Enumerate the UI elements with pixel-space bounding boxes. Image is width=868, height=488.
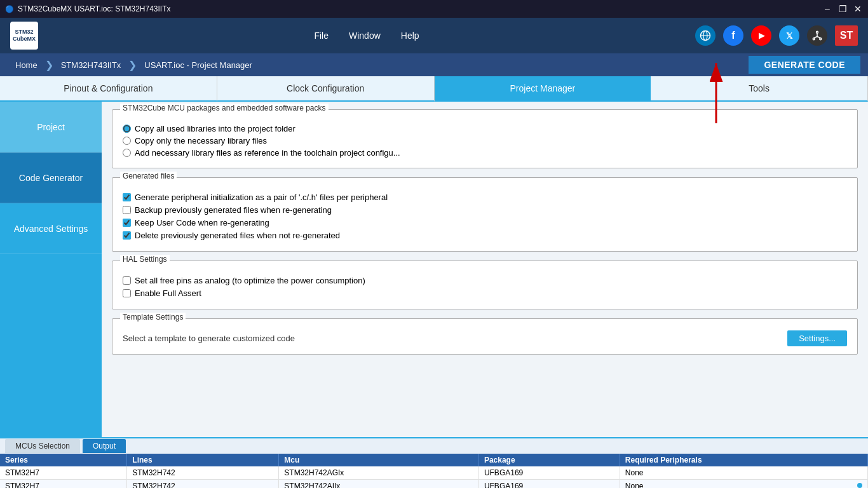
menu-bar: STM32CubeMX File Window Help f ▶ 𝕏 S [0,18,868,53]
hal-settings-section: HAL Settings Set all free pins as analog… [112,261,858,309]
cb-label-3: Keep User Code when re-generating [135,218,269,227]
breadcrumb-chevron-2: ❯ [128,59,137,71]
content-area: Project Code Generator Advanced Settings… [0,102,868,437]
radio-option-3[interactable]: Add necessary library files as reference… [123,148,847,158]
svg-point-4 [813,38,815,40]
sidebar: Project Code Generator Advanced Settings [0,102,102,437]
cb-generate-pairs[interactable] [123,193,131,201]
mcu-packages-section: STM32Cube MCU packages and embedded soft… [112,109,858,168]
radio-label-3: Add necessary library files as reference… [135,148,400,158]
network-icon[interactable] [807,25,827,46]
col-package: Package [478,454,620,466]
bottom-tab-output[interactable]: Output [83,439,126,453]
checkbox-full-assert[interactable]: Enable Full Assert [123,288,847,298]
cell-0-1: STM32H742 [127,466,279,480]
cell-1-2: STM32H742AIIx [279,480,479,488]
restore-button[interactable]: ❐ [837,4,848,14]
template-settings-button[interactable]: Settings... [787,330,847,346]
generate-code-button[interactable]: GENERATE CODE [749,56,860,74]
twitter-icon[interactable]: 𝕏 [779,25,799,46]
table-area: Series Lines Mcu Package Required Periph… [0,454,868,488]
sidebar-item-code-generator[interactable]: Code Generator [0,152,102,203]
bottom-tabs: MCUs Selection Output [0,438,868,454]
cell-1-3: UFBGA169 [478,480,620,488]
minimize-button[interactable]: – [822,4,832,14]
close-button[interactable]: ✕ [853,4,863,14]
svg-point-5 [820,38,822,40]
template-settings-section: Template Settings Select a template to g… [112,318,858,355]
youtube-icon[interactable]: ▶ [751,25,771,46]
globe-icon[interactable] [695,25,715,46]
checkbox-free-pins[interactable]: Set all free pins as analog (to optimize… [123,276,847,285]
hal-label-1: Set all free pins as analog (to optimize… [135,276,365,285]
radio-add-reference[interactable] [123,149,131,157]
cb-keep-user-code[interactable] [123,219,131,227]
cb-full-assert[interactable] [123,289,131,297]
col-lines: Lines [127,454,279,466]
cb-backup[interactable] [123,206,131,214]
svg-line-8 [817,37,820,38]
checkbox-generate-pairs[interactable]: Generate peripheral initialization as a … [123,193,847,202]
social-icons: f ▶ 𝕏 ST [695,25,858,46]
breadcrumb: Home ❯ STM32H743IITx ❯ USART.ioc - Proje… [0,53,868,76]
facebook-icon[interactable]: f [723,25,743,46]
menu-items: File Window Help [314,30,419,41]
radio-copy-all[interactable] [123,125,131,133]
template-settings-title: Template Settings [120,313,186,322]
st-icon[interactable]: ST [835,25,858,46]
sidebar-item-project[interactable]: Project [0,102,102,152]
cb-label-4: Delete previously generated files when n… [135,231,340,240]
radio-label-2: Copy only the necessary library files [135,136,267,146]
cell-1-0: STM32H7 [0,480,127,488]
cell-1-4: None [620,480,867,488]
cell-0-4: None [620,466,867,480]
col-series: Series [0,454,127,466]
tab-project-manager[interactable]: Project Manager [435,76,651,102]
radio-option-1[interactable]: Copy all used libraries into the project… [123,124,847,133]
cb-delete-previous[interactable] [123,231,131,240]
svg-point-3 [817,31,818,33]
menu-file[interactable]: File [314,30,329,41]
table-row: STM32H7STM32H742STM32H742AIIxUFBGA169Non… [0,480,868,488]
logo-area: STM32CubeMX [10,22,38,50]
bottom-tab-mcu-selection[interactable]: MCUs Selection [5,439,80,453]
radio-copy-necessary[interactable] [123,137,131,145]
cell-0-0: STM32H7 [0,466,127,480]
tab-tools[interactable]: Tools [651,76,868,102]
checkbox-delete-previous[interactable]: Delete previously generated files when n… [123,231,847,240]
tab-pinout[interactable]: Pinout & Configuration [0,76,217,102]
svg-line-7 [814,37,817,38]
cb-label-1: Generate peripheral initialization as a … [135,193,388,202]
breadcrumb-project[interactable]: USART.ioc - Project Manager [137,58,260,72]
title-bar-controls: – ❐ ✕ [822,4,863,14]
menu-help[interactable]: Help [401,30,419,41]
window-title: STM32CubeMX USART.ioc: STM32H743IITx [18,4,171,13]
breadcrumb-chevron-1: ❯ [45,59,53,71]
data-table: Series Lines Mcu Package Required Periph… [0,454,868,488]
breadcrumb-home[interactable]: Home [8,58,45,72]
table-header-row: Series Lines Mcu Package Required Periph… [0,454,868,466]
template-label: Select a template to generate customized… [123,334,295,343]
col-mcu: Mcu [279,454,479,466]
main-content: STM32Cube MCU packages and embedded soft… [102,102,868,437]
title-bar-left: 🔵 STM32CubeMX USART.ioc: STM32H743IITx [5,4,171,13]
breadcrumb-items: Home ❯ STM32H743IITx ❯ USART.ioc - Proje… [8,58,260,72]
breadcrumb-mcu[interactable]: STM32H743IITx [53,58,129,72]
cb-free-pins[interactable] [123,276,131,285]
sidebar-item-advanced-settings[interactable]: Advanced Settings [0,203,102,254]
generated-files-section: Generated files Generate peripheral init… [112,177,858,252]
generated-files-title: Generated files [120,172,177,180]
checkbox-backup[interactable]: Backup previously generated files when r… [123,205,847,215]
bottom-panel: MCUs Selection Output Series Lines Mcu P… [0,437,868,488]
main-tabs: Pinout & Configuration Clock Configurati… [0,76,868,102]
title-bar: 🔵 STM32CubeMX USART.ioc: STM32H743IITx –… [0,0,868,18]
cell-0-2: STM32H742AGIx [279,466,479,480]
cb-label-2: Backup previously generated files when r… [135,205,332,215]
mcu-packages-title: STM32Cube MCU packages and embedded soft… [120,104,329,112]
hal-settings-title: HAL Settings [120,255,170,264]
checkbox-keep-user-code[interactable]: Keep User Code when re-generating [123,218,847,227]
radio-option-2[interactable]: Copy only the necessary library files [123,136,847,146]
radio-label-1: Copy all used libraries into the project… [135,124,295,133]
tab-clock[interactable]: Clock Configuration [217,76,435,102]
menu-window[interactable]: Window [349,30,381,41]
